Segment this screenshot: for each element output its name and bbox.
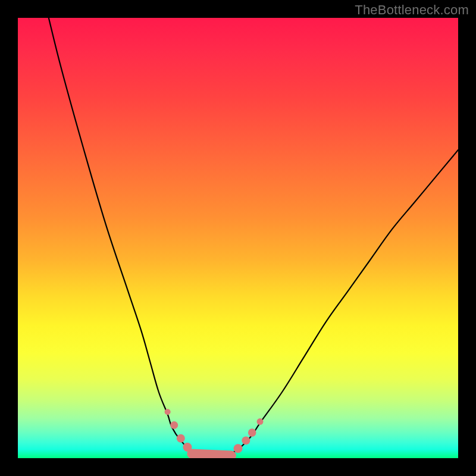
gradient-plot-background	[18, 18, 458, 458]
chart-frame: TheBottleneck.com	[0, 0, 476, 476]
watermark-text: TheBottleneck.com	[355, 2, 469, 18]
